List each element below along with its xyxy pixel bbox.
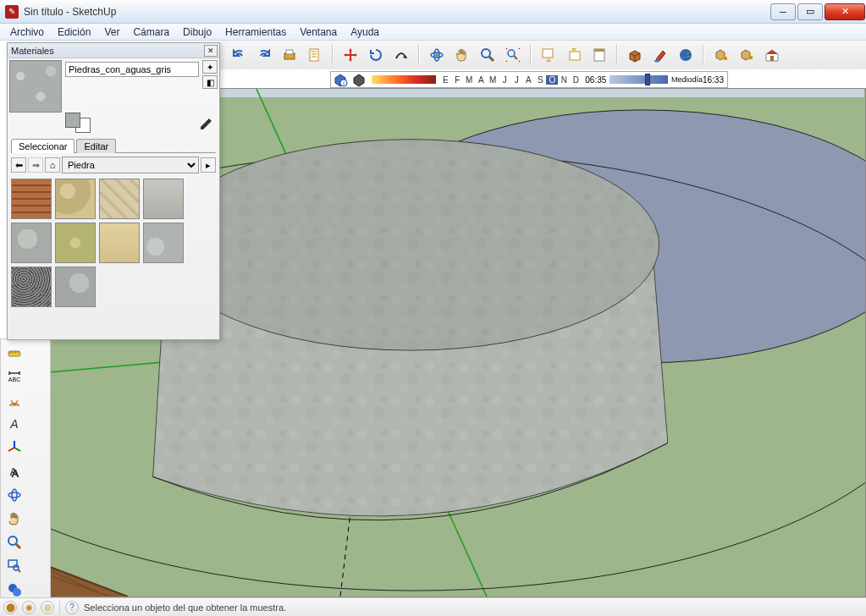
orbit-tool-icon[interactable] [3,484,25,506]
follow-icon[interactable] [389,43,413,67]
time-slider-handle[interactable] [645,74,650,85]
swatch-piedra-gris2[interactable] [143,223,184,263]
swatch-piedra-gris1[interactable] [11,223,52,263]
pan-tool-icon[interactable] [3,508,25,530]
svg-point-12 [654,60,659,63]
text-icon[interactable]: A [3,413,25,435]
next-view-icon[interactable] [562,43,586,67]
svg-point-6 [482,49,490,58]
material-name-input[interactable] [65,62,199,77]
zoom-icon[interactable] [476,43,499,67]
materials-close-button[interactable]: ✕ [204,45,218,57]
swatch-piedra-ladrillo[interactable] [11,179,52,219]
zoom-window-icon[interactable] [3,555,25,577]
default-material-button[interactable]: ◧ [202,75,218,89]
menu-archivo[interactable]: Archivo [3,25,51,40]
dimension-icon[interactable]: ABC [3,366,25,388]
menu-dibujo[interactable]: Dibujo [176,25,218,40]
swatch-piedra-arena[interactable] [55,179,96,219]
menu-ventana[interactable]: Ventana [293,25,344,40]
prev-view-icon[interactable] [537,43,560,67]
status-icon-3[interactable]: ◎ [41,601,54,614]
library-select[interactable]: Piedra [62,157,199,173]
tab-editar[interactable]: Editar [76,139,116,153]
zoom-extents-icon[interactable] [501,43,525,67]
warehouse-icon[interactable] [760,43,784,67]
get-models-icon[interactable] [709,43,733,67]
redo-button[interactable] [252,43,276,67]
help-icon[interactable]: ? [65,601,79,614]
zoom-tool-icon[interactable] [3,531,25,553]
status-hint: Selecciona un objeto del que obtener la … [84,602,286,613]
status-icon-2[interactable]: ◉ [22,601,36,614]
swatch-piedra-pared[interactable] [99,179,140,219]
svg-point-24 [162,140,659,350]
close-button[interactable]: ✕ [825,3,865,20]
tape-measure-icon[interactable] [3,342,25,364]
material-swatches [8,177,219,309]
share-model-icon[interactable] [735,43,758,67]
window-title: Sin título - SketchUp [24,6,116,18]
menu-ayuda[interactable]: Ayuda [344,25,386,40]
undo-button[interactable] [227,43,251,67]
shadow-info-icon[interactable]: i [333,72,348,87]
svg-point-5 [435,53,439,57]
svg-point-36 [12,489,17,501]
orbit-icon[interactable] [425,43,449,67]
menu-camara[interactable]: Cámara [126,25,176,40]
eyedropper-icon[interactable] [197,116,214,133]
library-menu-button[interactable]: ▸ [201,157,216,173]
svg-text:A: A [11,467,19,480]
new-page-icon[interactable] [587,43,611,67]
svg-point-13 [680,49,692,61]
svg-rect-8 [543,49,553,58]
left-tool-palette: ABC A AA [0,338,51,616]
move-icon[interactable] [339,43,362,67]
menu-bar: Archivo Edición Ver Cámara Dibujo Herram… [0,24,866,41]
material-preview[interactable] [9,60,62,113]
svg-point-37 [8,536,17,545]
svg-text:ABC: ABC [8,377,20,382]
swatch-piedra-granito[interactable] [11,267,52,307]
swatch-piedra-beige[interactable] [99,223,140,263]
maximize-button[interactable]: ▭ [797,3,823,20]
swatch-piedra-gris3[interactable] [55,267,96,307]
component-icon[interactable] [623,43,647,67]
rotate-icon[interactable] [364,43,388,67]
menu-ver[interactable]: Ver [97,25,126,40]
window-title-bar: ✎ Sin título - SketchUp ─ ▭ ✕ [0,0,866,24]
status-bar: ⬤ ◉ ◎ ? Selecciona un objeto del que obt… [0,597,866,616]
pan-icon[interactable] [450,43,474,67]
fg-bg-swatch[interactable] [65,113,91,133]
svg-rect-2 [310,49,318,61]
swatch-piedra-losas[interactable] [143,179,184,219]
svg-point-7 [508,50,515,57]
minimize-button[interactable]: ─ [770,3,796,20]
nav-back-button[interactable]: ⬅ [11,157,26,173]
svg-rect-1 [286,50,293,54]
print-button[interactable] [278,43,301,67]
protractor-icon[interactable] [3,389,25,411]
3d-text-icon[interactable]: AA [3,460,25,482]
menu-herramientas[interactable]: Herramientas [218,25,293,40]
earth-icon[interactable] [674,43,698,67]
materials-panel-header[interactable]: Materiales ✕ [8,43,219,58]
svg-rect-9 [570,52,580,60]
time-start-label: 06:35 [585,75,606,85]
app-icon: ✎ [5,5,19,19]
nav-home-button[interactable]: ⌂ [45,157,60,173]
create-material-button[interactable]: ✦ [202,60,218,74]
svg-rect-14 [770,56,774,61]
menu-edicion[interactable]: Edición [51,25,97,40]
status-icon-1[interactable]: ⬤ [3,601,17,614]
tab-seleccionar[interactable]: Seleccionar [11,139,74,153]
swatch-piedra-verde[interactable] [55,223,96,263]
shadow-settings-bar[interactable]: i E F M A M J J A S O N D 06:35 Mediodía… [330,71,728,88]
model-icon[interactable] [303,43,327,67]
midday-label: Mediodía [671,75,703,84]
paint-icon[interactable] [648,43,672,67]
axes-icon[interactable] [3,437,25,459]
time-end-label: 16:33 [703,75,724,85]
shadow-toggle-icon[interactable] [351,72,367,87]
nav-fwd-button[interactable]: ➡ [28,157,43,173]
